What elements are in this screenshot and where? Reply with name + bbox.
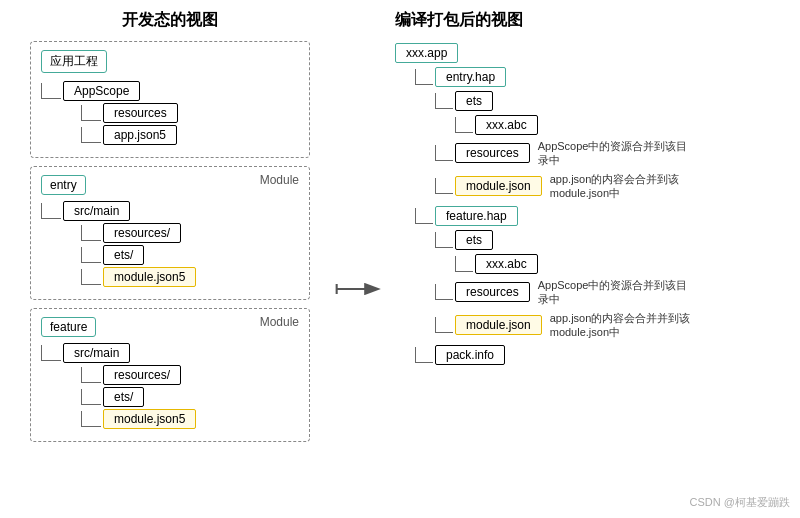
modulejson5-node: module.json5 bbox=[103, 267, 196, 287]
connector bbox=[435, 93, 453, 109]
connector bbox=[415, 208, 433, 224]
annotation3: AppScope中的资源合并到该目录中 bbox=[538, 278, 688, 307]
connector bbox=[415, 69, 433, 85]
entry-modulejson-node: module.json bbox=[455, 176, 542, 196]
right-panel: 编译打包后的视图 xxx.app entry.hap ets xxx.abc bbox=[390, 10, 790, 508]
left-panel: 开发态的视图 应用工程 AppScope resources app.json5… bbox=[10, 10, 330, 508]
arrow-container bbox=[330, 10, 390, 508]
connector bbox=[81, 269, 101, 285]
right-title: 编译打包后的视图 bbox=[395, 10, 523, 31]
left-title: 开发态的视图 bbox=[122, 10, 218, 31]
ets-node: ets/ bbox=[103, 245, 144, 265]
appscope-node: AppScope bbox=[63, 81, 140, 101]
entry-modulejson-row: module.json app.json的内容会合并到该module.json中 bbox=[435, 172, 790, 201]
resources-node: resources bbox=[103, 103, 178, 123]
arrow-icon bbox=[335, 274, 385, 304]
feature-resources-row: resources AppScope中的资源合并到该目录中 bbox=[435, 278, 790, 307]
feature-hap-node: feature.hap bbox=[435, 206, 518, 226]
right-tree: xxx.app entry.hap ets xxx.abc resources bbox=[395, 41, 790, 367]
feature-resources-node: resources bbox=[455, 282, 530, 302]
connector bbox=[81, 127, 101, 143]
entry-xxabc-node: xxx.abc bbox=[475, 115, 538, 135]
watermark: CSDN @柯基爱蹦跌 bbox=[690, 495, 790, 510]
srcmain-row: src/main bbox=[41, 343, 299, 363]
appjson5-row: app.json5 bbox=[81, 125, 299, 145]
annotation4: app.json的内容会合并并到该module.json中 bbox=[550, 311, 700, 340]
connector bbox=[455, 117, 473, 133]
ets-node: ets/ bbox=[103, 387, 144, 407]
connector bbox=[81, 247, 101, 263]
entry-hap-row: entry.hap bbox=[415, 67, 790, 87]
connector bbox=[81, 411, 101, 427]
resources-node: resources/ bbox=[103, 223, 181, 243]
connector bbox=[435, 178, 453, 194]
xxx-app-row: xxx.app bbox=[395, 43, 790, 63]
connector bbox=[455, 256, 473, 272]
annotation2: app.json的内容会合并到该module.json中 bbox=[550, 172, 700, 201]
packinfo-node: pack.info bbox=[435, 345, 505, 365]
entry-module-tag: Module bbox=[260, 173, 299, 187]
feature-xxabc-row: xxx.abc bbox=[455, 254, 790, 274]
connector bbox=[81, 389, 101, 405]
resources-row: resources/ bbox=[81, 365, 299, 385]
feature-ets-row: ets bbox=[435, 230, 790, 250]
resources-node: resources/ bbox=[103, 365, 181, 385]
packinfo-row: pack.info bbox=[415, 345, 790, 365]
connector bbox=[435, 232, 453, 248]
modulejson5-row: module.json5 bbox=[81, 409, 299, 429]
connector bbox=[435, 284, 453, 300]
connector bbox=[435, 145, 453, 161]
connector bbox=[81, 225, 101, 241]
app-label: 应用工程 bbox=[41, 50, 107, 73]
entry-section: Module entry src/main resources/ ets/ mo… bbox=[30, 166, 310, 300]
connector bbox=[81, 105, 101, 121]
resources-row: resources bbox=[81, 103, 299, 123]
feature-xxabc-node: xxx.abc bbox=[475, 254, 538, 274]
entry-hap-node: entry.hap bbox=[435, 67, 506, 87]
annotation1: AppScope中的资源合并到该目录中 bbox=[538, 139, 688, 168]
feature-ets-node: ets bbox=[455, 230, 493, 250]
ets-row: ets/ bbox=[81, 245, 299, 265]
feature-section: Module feature src/main resources/ ets/ … bbox=[30, 308, 310, 442]
app-section: 应用工程 AppScope resources app.json5 bbox=[30, 41, 310, 158]
entry-ets-row: ets bbox=[435, 91, 790, 111]
connector bbox=[415, 347, 433, 363]
resources-row: resources/ bbox=[81, 223, 299, 243]
connector bbox=[81, 367, 101, 383]
connector bbox=[41, 203, 61, 219]
ets-row: ets/ bbox=[81, 387, 299, 407]
entry-label: entry bbox=[41, 175, 86, 195]
srcmain-row: src/main bbox=[41, 201, 299, 221]
feature-modulejson-node: module.json bbox=[455, 315, 542, 335]
modulejson5-row: module.json5 bbox=[81, 267, 299, 287]
srcmain-node: src/main bbox=[63, 343, 130, 363]
entry-ets-node: ets bbox=[455, 91, 493, 111]
appjson5-node: app.json5 bbox=[103, 125, 177, 145]
connector bbox=[41, 345, 61, 361]
entry-xxabc-row: xxx.abc bbox=[455, 115, 790, 135]
feature-module-tag: Module bbox=[260, 315, 299, 329]
connector bbox=[41, 83, 61, 99]
entry-resources-node: resources bbox=[455, 143, 530, 163]
xxx-app-node: xxx.app bbox=[395, 43, 458, 63]
feature-modulejson-row: module.json app.json的内容会合并并到该module.json… bbox=[435, 311, 790, 340]
modulejson5-node: module.json5 bbox=[103, 409, 196, 429]
connector bbox=[435, 317, 453, 333]
entry-resources-row: resources AppScope中的资源合并到该目录中 bbox=[435, 139, 790, 168]
feature-hap-row: feature.hap bbox=[415, 206, 790, 226]
appscope-row: AppScope bbox=[41, 81, 299, 101]
feature-label: feature bbox=[41, 317, 96, 337]
srcmain-node: src/main bbox=[63, 201, 130, 221]
